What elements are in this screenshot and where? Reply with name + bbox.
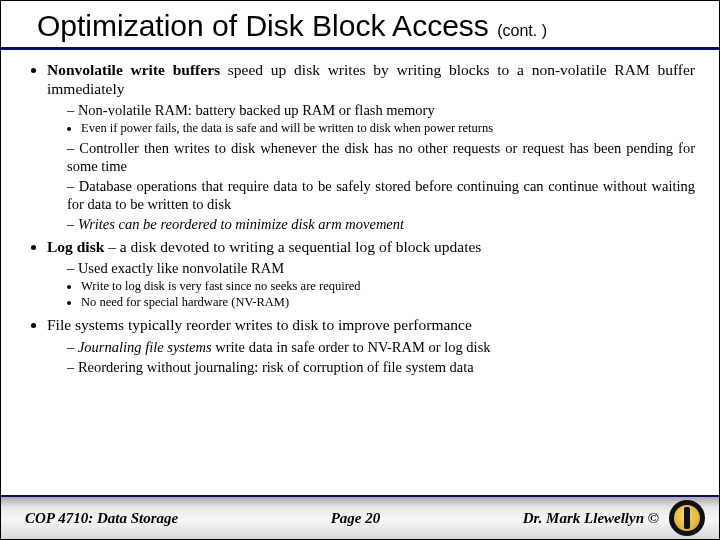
title-cont: (cont. ) [497, 22, 547, 39]
slide-body: Nonvolatile write buffers speed up disk … [1, 50, 719, 539]
bullet-3-sub2: Reordering without journaling: risk of c… [67, 358, 695, 376]
footer-author: Dr. Mark Llewellyn © [523, 510, 659, 527]
bullet-2-sub1a: Write to log disk is very fast since no … [81, 279, 695, 295]
bullet-list: Nonvolatile write buffers speed up disk … [25, 60, 695, 334]
footer-page: Page 20 [331, 510, 381, 527]
bullet-2-rest: – a disk devoted to writing a sequential… [104, 238, 481, 255]
ucf-logo-icon [669, 500, 705, 536]
bullet-1: Nonvolatile write buffers speed up disk … [47, 60, 695, 233]
title-main: Optimization of Disk Block Access [37, 9, 489, 42]
footer-course: COP 4710: Data Storage [25, 510, 178, 527]
bullet-2-sub1: Used exactly like nonvolatile RAM [67, 259, 695, 277]
bullet-1-term: Nonvolatile write buffers [47, 61, 220, 78]
slide-title: Optimization of Disk Block Access (cont.… [37, 9, 689, 43]
bullet-1-sub2: Controller then writes to disk whenever … [67, 139, 695, 175]
bullet-3-sub1: Journaling file systems write data in sa… [67, 338, 695, 356]
slide: Optimization of Disk Block Access (cont.… [0, 0, 720, 540]
bullet-1-sub4: Writes can be reordered to minimize disk… [67, 215, 695, 233]
bullet-2-term: Log disk [47, 238, 104, 255]
bullet-3: File systems typically reorder writes to… [47, 315, 695, 334]
bullet-1-sub1a: Even if power fails, the data is safe an… [81, 121, 695, 137]
bullet-1-sub3: Database operations that require data to… [67, 177, 695, 213]
title-area: Optimization of Disk Block Access (cont.… [1, 1, 719, 50]
bullet-1-sub1: Non-volatile RAM: battery backed up RAM … [67, 101, 695, 119]
footer: COP 4710: Data Storage Page 20 Dr. Mark … [1, 495, 719, 539]
bullet-2: Log disk – a disk devoted to writing a s… [47, 237, 695, 311]
bullet-2-sub1b: No need for special hardware (NV-RAM) [81, 295, 695, 311]
footer-right: Dr. Mark Llewellyn © [523, 500, 705, 536]
